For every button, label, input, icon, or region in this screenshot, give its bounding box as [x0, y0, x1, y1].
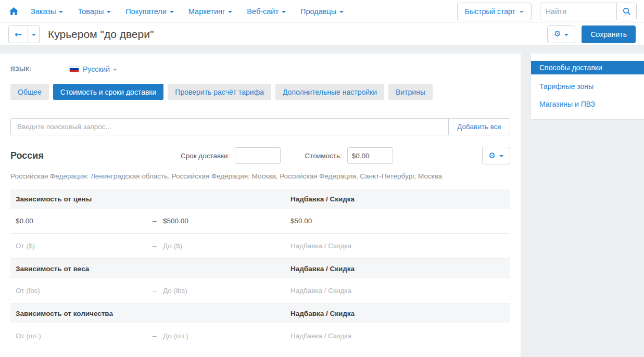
rate-area-search-group: Добавить все: [10, 118, 510, 135]
chevron-down-icon: [499, 155, 503, 157]
shipping-sidebar: Способы доставки Тарифные зоны Магазины …: [531, 54, 644, 119]
gear-icon: ⚙: [489, 152, 496, 160]
chevron-down-icon: [564, 34, 569, 36]
delivery-time-input[interactable]: [235, 147, 281, 164]
section-title: Зависимость от количества: [16, 310, 291, 317]
section-title: Зависимость от веса: [16, 265, 291, 273]
section-modifier-header: Надбавка / Скидка: [291, 265, 505, 273]
rate-from-input[interactable]: [16, 332, 139, 340]
rate-row-quantity-empty: –: [10, 323, 510, 348]
nav-menu-label: Товары: [78, 7, 104, 16]
add-all-button[interactable]: Добавить все: [448, 119, 510, 135]
section-modifier-header: Надбавка / Скидка: [291, 310, 505, 317]
top-navigation: Заказы Товары Покупатели Маркетинг Веб-с…: [0, 0, 644, 23]
tab-advanced-settings[interactable]: Дополнительные настройки: [275, 84, 384, 100]
rate-section-header-quantity: Зависимость от количества Надбавка / Ски…: [10, 303, 510, 323]
section-modifier-header: Надбавка / Скидка: [291, 195, 505, 203]
page-title: Курьером "до двери": [48, 28, 154, 41]
chevron-down-icon: [228, 11, 232, 13]
section-title: Зависимость от цены: [16, 195, 291, 203]
toolbar-actions: ⚙ Сохранить: [547, 26, 636, 43]
delivery-time-label: Срок доставки:: [181, 152, 230, 160]
chevron-down-icon: [32, 34, 36, 36]
nav-menu-website[interactable]: Веб-сайт: [239, 7, 293, 16]
nav-menu-label: Маркетинг: [188, 7, 225, 16]
sidebar-item-rate-areas[interactable]: Тарифные зоны: [531, 80, 644, 93]
language-label: ЯЗЫК:: [10, 66, 69, 73]
nav-menu-label: Заказы: [31, 7, 56, 16]
destination-controls: Срок доставки: Стоимость:: [181, 147, 393, 164]
cost-input[interactable]: [347, 147, 393, 164]
tab-shipping-charges[interactable]: Стоимость и сроки доставки: [53, 84, 163, 100]
gear-icon: ⚙: [554, 30, 561, 38]
rate-row-weight-empty: –: [10, 278, 510, 303]
nav-menu-products[interactable]: Товары: [70, 7, 118, 16]
language-selector[interactable]: Русский: [83, 65, 117, 73]
sidebar-item-shipping-methods[interactable]: Способы доставки: [531, 61, 644, 74]
chevron-down-icon: [113, 69, 117, 71]
chevron-down-icon: [282, 11, 286, 13]
rate-from-input[interactable]: [16, 242, 139, 250]
tab-storefronts[interactable]: Витрины: [388, 84, 433, 100]
back-button-group: ←: [8, 26, 40, 43]
back-button[interactable]: ←: [8, 26, 28, 43]
destination-locations: Российская Федерация: Ленинградская обла…: [10, 172, 510, 180]
main-content-panel: ЯЗЫК: Русский Общее Стоимость и сроки до…: [0, 54, 521, 357]
range-dash: –: [153, 242, 163, 250]
rate-to-input[interactable]: [163, 287, 278, 295]
rate-modifier-input[interactable]: [291, 217, 484, 225]
home-icon: [9, 7, 18, 15]
back-arrow-icon: ←: [15, 29, 22, 40]
rates-table: Зависимость от цены Надбавка / Скидка – …: [10, 189, 510, 348]
nav-menu-label: Покупатели: [125, 7, 166, 16]
back-dropdown-button[interactable]: [28, 26, 40, 43]
nav-menu-customers[interactable]: Покупатели: [118, 7, 181, 16]
quick-start-button[interactable]: Быстрый старт: [457, 3, 532, 20]
destination-name: Россия: [10, 150, 44, 161]
rate-to-input[interactable]: [163, 332, 278, 340]
nav-menu-label: Продавцы: [300, 7, 336, 16]
rate-to-input[interactable]: [163, 242, 278, 250]
topnav-right-group: Быстрый старт: [457, 3, 637, 20]
nav-menu-marketing[interactable]: Маркетинг: [181, 7, 240, 16]
global-search-button[interactable]: [616, 3, 636, 20]
rate-section-header-weight: Зависимость от веса Надбавка / Скидка: [10, 259, 510, 278]
page-body: ЯЗЫК: Русский Общее Стоимость и сроки до…: [0, 46, 644, 357]
range-dash: –: [153, 332, 163, 340]
destination-row: Россия Срок доставки: Стоимость: ⚙: [10, 147, 510, 164]
cost-label: Стоимость:: [305, 152, 342, 160]
destination-settings-button[interactable]: ⚙: [482, 147, 510, 164]
rate-modifier-input[interactable]: [291, 287, 484, 295]
tab-bar: Общее Стоимость и сроки доставки Провери…: [10, 84, 510, 100]
language-value: Русский: [83, 65, 110, 73]
chevron-down-icon: [520, 11, 524, 13]
settings-dropdown-button[interactable]: ⚙: [547, 26, 575, 43]
save-button[interactable]: Сохранить: [582, 26, 636, 43]
nav-menu-vendors[interactable]: Продавцы: [293, 7, 351, 16]
chevron-down-icon: [170, 11, 174, 13]
chevron-down-icon: [107, 11, 111, 13]
rate-modifier-input[interactable]: [291, 242, 484, 250]
language-row: ЯЗЫК: Русский: [10, 65, 510, 73]
search-icon: [623, 7, 631, 16]
chevron-down-icon: [59, 11, 63, 13]
rate-to-input[interactable]: [163, 217, 278, 225]
rate-from-input[interactable]: [16, 287, 139, 295]
sidebar-item-stores-pickup[interactable]: Магазины и ПВЗ: [531, 97, 644, 111]
rate-from-input[interactable]: [16, 217, 139, 225]
page-toolbar: ← Курьером "до двери" ⚙ Сохранить: [0, 23, 644, 46]
chevron-down-icon: [339, 11, 344, 13]
nav-menu-orders[interactable]: Заказы: [23, 7, 70, 16]
tabs-divider: [10, 107, 521, 107]
global-search-group: [540, 3, 637, 20]
rate-area-search-input[interactable]: [11, 119, 448, 135]
russia-flag-icon: [69, 66, 79, 72]
home-button[interactable]: [9, 7, 18, 15]
nav-menu-label: Веб-сайт: [247, 7, 279, 16]
range-dash: –: [153, 217, 163, 225]
tab-test-rate-calculation[interactable]: Проверить расчёт тарифа: [168, 84, 271, 100]
global-search-input[interactable]: [540, 3, 616, 20]
rate-modifier-input[interactable]: [291, 332, 484, 340]
range-dash: –: [153, 287, 163, 295]
tab-general[interactable]: Общее: [10, 84, 49, 100]
